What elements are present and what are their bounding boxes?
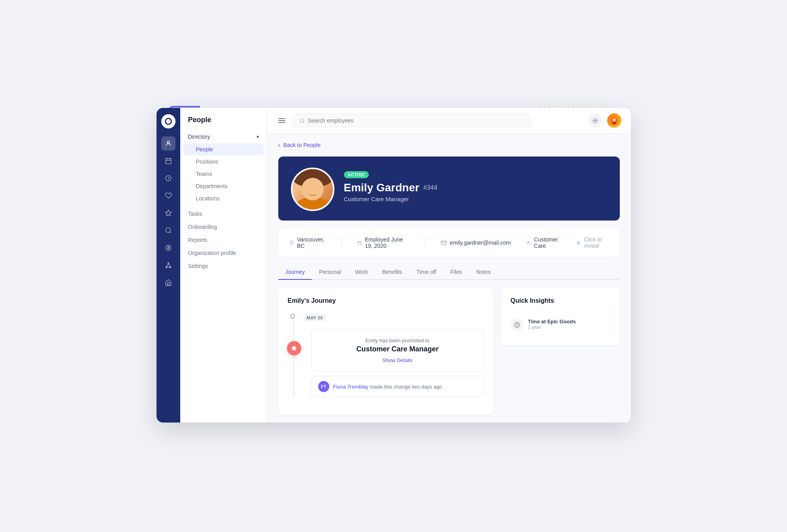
profile-details-row: Vancouver, BC Employed June 19, 2020 emi… (278, 228, 620, 257)
calendar-nav-icon[interactable] (161, 154, 176, 168)
calendar-detail-icon (357, 240, 362, 246)
location-text: Vancouver, BC (297, 236, 325, 249)
dollar-nav-icon[interactable] (161, 241, 176, 255)
department-text: Customer Care (534, 236, 561, 249)
svg-point-10 (168, 262, 169, 264)
timeline-dot (290, 314, 295, 319)
clock-nav-icon[interactable] (161, 171, 176, 185)
nav-sidebar: People Directory ▾ People Positions Team… (180, 108, 267, 423)
clock-insight-icon (511, 319, 523, 331)
nav-item-teams[interactable]: Teams (183, 168, 264, 180)
svg-line-13 (166, 264, 168, 267)
event-title: Customer Care Manager (321, 345, 474, 353)
nav-item-org-profile[interactable]: Organization profile (180, 247, 267, 259)
tab-notes[interactable]: Notes (469, 265, 498, 280)
nav-item-onboarding[interactable]: Onboarding (180, 221, 267, 233)
svg-line-14 (168, 264, 170, 267)
timeline-star-icon (287, 341, 301, 355)
directory-section-header[interactable]: Directory ▾ (180, 130, 267, 143)
profile-info: ACTIVE Emily Gardner #344 Customer Care … (344, 168, 607, 202)
change-note-action: made this change two days ago (370, 384, 442, 390)
nav-item-positions[interactable]: Positions (183, 156, 264, 168)
profile-full-name: Emily Gardner (344, 181, 419, 194)
location-icon (289, 240, 294, 246)
location-detail: Vancouver, BC (289, 236, 326, 249)
sidebar-title: People (180, 116, 267, 130)
svg-marker-6 (165, 210, 171, 216)
back-arrow-icon: ‹ (278, 141, 280, 149)
svg-line-8 (170, 232, 171, 233)
email-icon (441, 240, 447, 246)
user-avatar[interactable] (607, 113, 621, 128)
journey-card: Emily's Journey MAY 25 (278, 288, 493, 415)
changer-name[interactable]: Fiona Tremblay (333, 384, 369, 390)
salary-reveal-text[interactable]: Click to reveal (584, 236, 608, 249)
salary-detail[interactable]: Click to reveal (576, 236, 608, 249)
detail-divider-1 (342, 237, 342, 249)
employed-date-detail: Employed June 19, 2020 (357, 236, 409, 249)
svg-point-7 (166, 228, 170, 232)
email-text: emily.gardner@mail.com (450, 240, 511, 246)
journey-card-title: Emily's Journey (288, 297, 484, 304)
svg-point-27 (527, 241, 529, 243)
profile-tabs: Journey Personal Work Benefits Time off … (278, 265, 620, 280)
nav-item-departments[interactable]: Departments (183, 180, 264, 192)
settings-button[interactable] (588, 113, 602, 128)
insight-text-block: Time at Epic Goods 1 year (528, 319, 576, 330)
tab-benefits[interactable]: Benefits (375, 265, 410, 280)
hamburger-menu-button[interactable] (277, 117, 287, 125)
nav-item-locations[interactable]: Locations (183, 192, 264, 204)
insights-title: Quick Insights (511, 297, 610, 304)
page-content: ‹ Back to People (267, 134, 631, 423)
nav-item-people[interactable]: People (183, 143, 264, 155)
department-icon (527, 240, 531, 246)
directory-label: Directory (188, 134, 210, 140)
heart-nav-icon[interactable] (161, 189, 176, 203)
back-link-label: Back to People (283, 142, 321, 148)
svg-point-20 (613, 119, 615, 121)
email-detail: emily.gardner@mail.com (441, 240, 511, 246)
icon-sidebar (157, 108, 180, 423)
tab-time-off[interactable]: Time off (410, 265, 444, 280)
svg-line-17 (303, 122, 304, 123)
changer-avatar: FT (318, 381, 329, 392)
timeline-entry-1: MAY 25 Emily has been promoted to Custom… (304, 314, 484, 397)
quick-insights-card: Quick Insights Time at Epic Goods 1 year (501, 288, 620, 345)
nav-item-settings[interactable]: Settings (180, 260, 267, 272)
department-detail: Customer Care (527, 236, 561, 249)
insight-item-value: 1 year (528, 324, 576, 330)
main-content: ‹ Back to People (267, 108, 631, 423)
salary-icon (576, 240, 581, 246)
employed-date-text: Employed June 19, 2020 (365, 236, 409, 249)
top-bar-actions (588, 113, 621, 128)
event-subtitle: Emily has been promoted to (321, 338, 474, 343)
search-input[interactable] (308, 117, 525, 124)
back-to-people-link[interactable]: ‹ Back to People (278, 141, 321, 149)
nav-item-tasks[interactable]: Tasks (180, 208, 267, 220)
change-note: FT Fiona Tremblay made this change two d… (311, 376, 484, 397)
nav-item-reports[interactable]: Reports (180, 234, 267, 246)
svg-point-18 (594, 120, 596, 121)
search-icon (299, 118, 305, 123)
profile-job-title: Customer Care Manager (344, 196, 607, 202)
tab-personal[interactable]: Personal (312, 265, 348, 280)
tab-work[interactable]: Work (348, 265, 375, 280)
insight-item-title: Time at Epic Goods (528, 319, 576, 324)
svg-rect-23 (358, 241, 361, 244)
top-bar (267, 108, 631, 134)
people-nav-icon[interactable] (161, 136, 176, 151)
svg-marker-29 (291, 345, 296, 351)
star-nav-icon[interactable] (161, 206, 176, 220)
profile-header-card: ACTIVE Emily Gardner #344 Customer Care … (278, 157, 620, 221)
search-nav-icon[interactable] (161, 223, 176, 238)
logo-circle (165, 118, 172, 125)
svg-point-0 (167, 141, 170, 143)
app-logo[interactable] (161, 114, 176, 128)
network-nav-icon[interactable] (161, 258, 176, 272)
store-nav-icon[interactable] (161, 275, 176, 290)
show-details-link[interactable]: Show Details (383, 357, 413, 363)
insight-item-time: Time at Epic Goods 1 year (511, 314, 610, 336)
tab-journey[interactable]: Journey (278, 265, 312, 280)
tab-files[interactable]: Files (443, 265, 469, 280)
journey-timeline: MAY 25 Emily has been promoted to Custom… (288, 314, 484, 397)
